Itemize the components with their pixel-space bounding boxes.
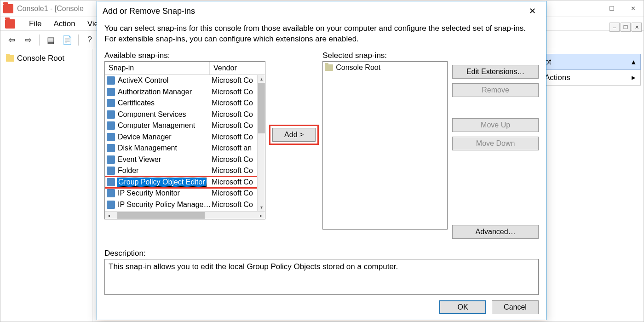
remove-button[interactable]: Remove: [452, 83, 539, 97]
column-vendor[interactable]: Vendor: [210, 62, 265, 75]
snapin-icon: [107, 99, 115, 107]
snapin-row[interactable]: Disk ManagementMicrosoft an: [105, 143, 265, 154]
snapin-row[interactable]: Component ServicesMicrosoft Co: [105, 109, 265, 121]
snapin-row[interactable]: CertificatesMicrosoft Co: [105, 98, 265, 109]
snapin-icon: [107, 76, 115, 85]
scroll-left-icon[interactable]: ◂: [105, 212, 113, 219]
snapin-icon: [107, 110, 115, 119]
snapin-icon: [107, 201, 115, 209]
tree-root-label: Console Root: [17, 54, 64, 63]
console-tree[interactable]: Console Root: [0, 49, 92, 322]
dialog-footer: OK Cancel: [97, 300, 546, 320]
mdi-minimize-button[interactable]: –: [610, 23, 620, 32]
advanced-button[interactable]: Advanced…: [452, 225, 539, 239]
column-snapin[interactable]: Snap-in: [105, 62, 210, 75]
dialog-titlebar[interactable]: Add or Remove Snap-ins ✕: [97, 1, 546, 21]
forward-button[interactable]: ⇨: [22, 34, 34, 46]
snapin-name: Event Viewer: [117, 155, 162, 164]
snapin-name: Authorization Manager: [117, 88, 193, 96]
description-label: Description:: [104, 249, 539, 258]
help-button[interactable]: ?: [83, 34, 96, 46]
close-button[interactable]: ✕: [622, 0, 644, 17]
snapin-name: IP Security Policy Manage…: [117, 201, 212, 209]
description-box: This snap-in allows you to edit the loca…: [104, 259, 539, 295]
menu-action[interactable]: Action: [53, 19, 75, 29]
selected-snapins-label: Selected snap-ins:: [322, 51, 448, 60]
snapin-row[interactable]: ActiveX ControlMicrosoft Co: [105, 75, 265, 86]
available-snapins-list[interactable]: Snap-in Vendor ActiveX ControlMicrosoft …: [104, 61, 265, 219]
add-button[interactable]: Add >: [272, 128, 316, 142]
selected-item[interactable]: Console Root: [325, 63, 445, 72]
chevron-right-icon: ▸: [632, 73, 636, 82]
snapin-name: Device Manager: [117, 133, 172, 141]
actions-more-label: Actions: [545, 73, 570, 82]
parent-window-buttons: — ☐ ✕: [580, 0, 644, 17]
ok-button[interactable]: OK: [439, 300, 486, 314]
folder-icon: [6, 55, 14, 62]
actions-pane: ot ▴ Actions ▸: [540, 54, 641, 86]
snapin-row[interactable]: Event ViewerMicrosoft Co: [105, 154, 265, 166]
back-button[interactable]: ⇦: [5, 34, 18, 46]
edit-extensions-button[interactable]: Edit Extensions…: [452, 65, 539, 79]
snapin-name: Certificates: [117, 99, 155, 107]
snapin-row[interactable]: IP Security MonitorMicrosoft Co: [105, 188, 265, 199]
collapse-icon[interactable]: ▴: [632, 57, 636, 67]
toolbar-separator: [39, 34, 40, 46]
snapin-name: Group Policy Object Editor: [117, 178, 207, 187]
snapin-row[interactable]: IP Security Policy Manage…Microsoft Co: [105, 199, 265, 211]
snapin-row-selected[interactable]: Group Policy Object EditorMicrosoft Co: [105, 177, 265, 188]
horizontal-scrollbar[interactable]: ◂ ▸: [105, 211, 265, 219]
snapin-name: ActiveX Control: [117, 76, 169, 85]
scroll-up-icon[interactable]: ▴: [258, 75, 265, 83]
snapin-icon: [107, 121, 115, 130]
export-list-button[interactable]: 📄: [61, 34, 74, 46]
move-down-button[interactable]: Move Down: [452, 137, 539, 150]
menu-file[interactable]: File: [29, 19, 41, 29]
snapin-icon: [107, 189, 115, 197]
vertical-scrollbar[interactable]: ▴ ▾: [257, 75, 265, 211]
snapin-icon: [107, 144, 115, 152]
snapin-row[interactable]: Device ManagerMicrosoft Co: [105, 132, 265, 143]
snapin-icon: [107, 167, 115, 175]
scroll-thumb[interactable]: [258, 83, 265, 133]
list-header: Snap-in Vendor: [105, 62, 265, 75]
folder-icon: [325, 64, 333, 71]
mdi-window-buttons: – ❐ ✕: [610, 23, 642, 32]
dialog-intro-text: You can select snap-ins for this console…: [104, 23, 528, 45]
snapin-icon: [107, 88, 115, 96]
snapin-name: IP Security Monitor: [117, 189, 181, 197]
minimize-button[interactable]: —: [580, 0, 601, 17]
snapin-name: Folder: [117, 167, 139, 175]
scroll-thumb[interactable]: [117, 212, 205, 219]
mdi-restore-button[interactable]: ❐: [621, 23, 631, 32]
available-snapins-label: Available snap-ins:: [104, 51, 265, 60]
move-up-button[interactable]: Move Up: [452, 118, 539, 132]
show-hide-tree-button[interactable]: ▤: [44, 34, 57, 46]
scroll-down-icon[interactable]: ▾: [258, 203, 265, 211]
snapin-name: Computer Management: [117, 121, 196, 130]
dialog-title: Add or Remove Snap-ins: [103, 6, 195, 16]
mmc-app-icon: [3, 4, 13, 13]
snapin-name: Component Services: [117, 110, 187, 119]
mdi-close-button[interactable]: ✕: [632, 23, 642, 32]
add-remove-snapins-dialog: Add or Remove Snap-ins ✕ You can select …: [97, 1, 546, 320]
selected-snapins-list[interactable]: Console Root: [322, 61, 448, 230]
snapin-row[interactable]: Authorization ManagerMicrosoft Co: [105, 86, 265, 98]
cancel-button[interactable]: Cancel: [492, 300, 539, 314]
snapin-row[interactable]: FolderMicrosoft Co: [105, 165, 265, 177]
actions-pane-header[interactable]: ot ▴: [540, 54, 641, 70]
dialog-close-button[interactable]: ✕: [524, 3, 540, 19]
actions-more-row[interactable]: Actions ▸: [540, 70, 641, 86]
scroll-right-icon[interactable]: ▸: [257, 212, 265, 219]
snapin-icon: [107, 133, 115, 141]
mmc-doc-icon: [5, 19, 15, 29]
selected-item-label: Console Root: [336, 63, 380, 72]
snapin-icon: [107, 155, 115, 164]
toolbar-separator: [78, 34, 79, 46]
maximize-button[interactable]: ☐: [601, 0, 622, 17]
add-button-highlight: Add >: [269, 125, 319, 145]
tree-console-root[interactable]: Console Root: [3, 52, 89, 65]
parent-title: Console1 - [Console: [17, 5, 84, 13]
snapin-row[interactable]: Computer ManagementMicrosoft Co: [105, 120, 265, 132]
description-text: This snap-in allows you to edit the loca…: [109, 262, 398, 271]
